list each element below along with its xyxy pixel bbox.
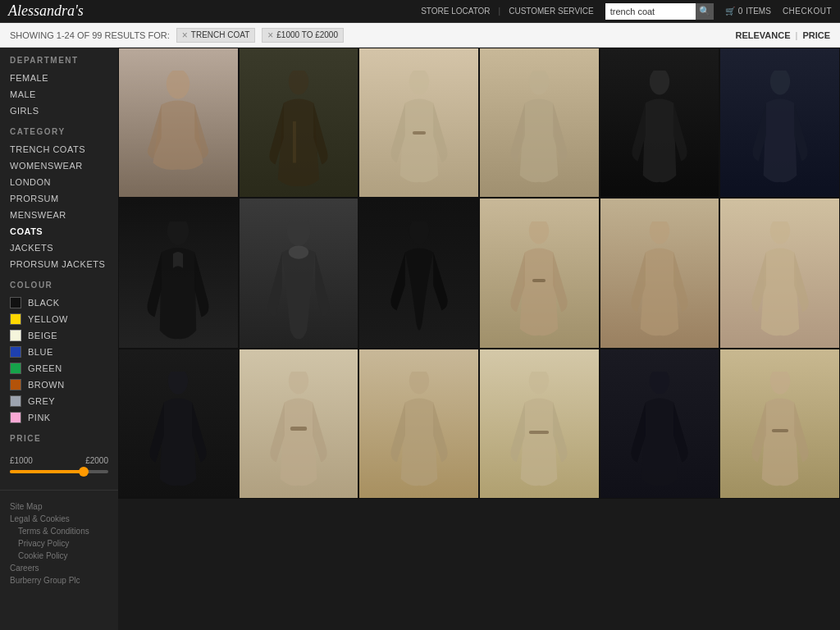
- colour-green[interactable]: GREEN: [0, 360, 118, 377]
- cart-area: 🛒 0 ITEMS: [725, 7, 771, 16]
- svg-rect-24: [772, 429, 788, 432]
- filter-coat-label: TRENCH COAT: [191, 30, 249, 39]
- sidebar-item-london[interactable]: LONDON: [0, 174, 118, 190]
- price-slider-track[interactable]: [10, 470, 108, 473]
- sort-relevance[interactable]: RELEVANCE: [735, 30, 790, 40]
- department-section-title: DEPARTMENT: [0, 48, 118, 70]
- colour-swatch-brown: [10, 379, 21, 390]
- colour-swatch-blue: [10, 346, 21, 358]
- sidebar-item-womenswear[interactable]: WOMENSWEAR: [0, 158, 118, 174]
- footer-cookie[interactable]: Cookie Policy: [10, 550, 108, 562]
- product-16[interactable]: [479, 349, 600, 499]
- sort-divider: |: [796, 30, 798, 40]
- product-11[interactable]: [600, 198, 720, 348]
- svg-point-14: [650, 221, 669, 244]
- product-13[interactable]: [118, 349, 239, 499]
- sidebar: DEPARTMENT FEMALE MALE GIRLS CATEGORY TR…: [0, 48, 118, 630]
- colour-label-yellow: YELLOW: [28, 314, 68, 324]
- svg-point-16: [168, 372, 188, 394]
- svg-point-3: [409, 71, 429, 94]
- search-input[interactable]: [605, 3, 696, 20]
- product-3[interactable]: [358, 48, 479, 198]
- sidebar-item-male[interactable]: MALE: [0, 86, 118, 103]
- product-5[interactable]: [600, 48, 720, 198]
- checkout-button[interactable]: CHECKOUT: [783, 7, 832, 16]
- colour-label-green: GREEN: [28, 363, 62, 373]
- colour-pink[interactable]: PINK: [0, 409, 118, 426]
- colour-swatch-green: [10, 363, 21, 374]
- colour-swatch-grey: [10, 395, 21, 407]
- filter-remove-price[interactable]: ×: [267, 30, 273, 41]
- grid-row-3: [118, 349, 840, 499]
- svg-point-19: [409, 372, 429, 394]
- sort-area: RELEVANCE | PRICE: [735, 30, 830, 40]
- sort-price[interactable]: PRICE: [802, 30, 830, 40]
- logo: Alessandra's: [8, 2, 84, 20]
- colour-brown[interactable]: BROWN: [0, 377, 118, 393]
- footer-privacy[interactable]: Privacy Policy: [10, 537, 108, 550]
- product-18[interactable]: [719, 349, 840, 499]
- header-right: STORE LOCATOR | CUSTOMER SERVICE 🔍 🛒 0 I…: [421, 3, 832, 20]
- price-max-label: £2000: [85, 456, 108, 465]
- colour-beige[interactable]: BEIGE: [0, 327, 118, 344]
- footer-terms[interactable]: Terms & Conditions: [10, 525, 108, 537]
- colour-grey[interactable]: GREY: [0, 393, 118, 409]
- search-button[interactable]: 🔍: [696, 3, 714, 20]
- product-1[interactable]: [118, 48, 239, 198]
- svg-point-7: [770, 71, 790, 94]
- product-10[interactable]: [479, 198, 600, 348]
- product-17[interactable]: [600, 349, 720, 499]
- product-6[interactable]: [719, 48, 840, 198]
- product-9[interactable]: [358, 198, 479, 348]
- colour-swatch-beige: [10, 330, 21, 341]
- price-filter: £1000 £2000: [0, 448, 118, 482]
- colour-blue[interactable]: BLUE: [0, 344, 118, 360]
- svg-rect-13: [532, 279, 546, 282]
- product-7[interactable]: [118, 198, 239, 348]
- svg-point-9: [287, 221, 310, 245]
- colour-label-grey: GREY: [28, 396, 55, 406]
- product-2[interactable]: [239, 48, 359, 198]
- product-15[interactable]: [358, 349, 479, 499]
- sidebar-item-trench-coats[interactable]: TRENCH COATS: [0, 141, 118, 158]
- colour-label-beige: BEIGE: [28, 331, 57, 340]
- svg-rect-21: [529, 431, 549, 434]
- colour-black[interactable]: BLACK: [0, 294, 118, 311]
- svg-point-0: [167, 71, 189, 99]
- customer-service-link[interactable]: CUSTOMER SERVICE: [509, 7, 594, 16]
- filter-bar: SHOWING 1-24 OF 99 RESULTS FOR: × TRENCH…: [0, 23, 840, 48]
- colour-label-brown: BROWN: [28, 380, 65, 390]
- svg-point-12: [529, 221, 549, 244]
- sidebar-item-jackets[interactable]: JACKETS: [0, 240, 118, 256]
- product-8[interactable]: [239, 198, 359, 348]
- svg-point-17: [289, 372, 308, 394]
- footer-careers[interactable]: Careers: [10, 562, 108, 574]
- sidebar-item-prorsum-jackets[interactable]: PRORSUM JACKETS: [0, 256, 118, 272]
- footer-legal[interactable]: Legal & Cookies: [10, 513, 108, 525]
- svg-point-23: [770, 372, 790, 394]
- product-4[interactable]: [479, 48, 600, 198]
- product-14[interactable]: [239, 349, 359, 499]
- sidebar-item-prorsum[interactable]: PRORSUM: [0, 190, 118, 207]
- sidebar-item-coats[interactable]: COATS: [0, 223, 118, 240]
- sidebar-footer: Site Map Legal & Cookies Terms & Conditi…: [0, 490, 118, 590]
- filter-remove-coat[interactable]: ×: [182, 30, 188, 41]
- sidebar-item-menswear[interactable]: MENSWEAR: [0, 207, 118, 223]
- product-12[interactable]: [719, 198, 840, 348]
- cart-label: ITEMS: [746, 7, 771, 16]
- store-locator-link[interactable]: STORE LOCATOR: [421, 7, 490, 16]
- footer-burberry[interactable]: Burberry Group Plc: [10, 574, 108, 587]
- sidebar-item-girls[interactable]: GIRLS: [0, 103, 118, 119]
- sidebar-item-female[interactable]: FEMALE: [0, 70, 118, 86]
- category-section-title: CATEGORY: [0, 119, 118, 141]
- colour-swatch-yellow: [10, 313, 21, 325]
- colour-yellow[interactable]: YELLOW: [0, 311, 118, 327]
- price-slider-thumb[interactable]: [79, 467, 89, 477]
- svg-point-6: [650, 71, 669, 94]
- main-content: DEPARTMENT FEMALE MALE GIRLS CATEGORY TR…: [0, 48, 840, 630]
- filter-tag-coat[interactable]: × TRENCH COAT: [176, 28, 256, 43]
- filter-tag-price[interactable]: × £1000 TO £2000: [262, 28, 344, 43]
- footer-sitemap[interactable]: Site Map: [10, 500, 108, 513]
- svg-point-11: [409, 221, 429, 244]
- colour-label-blue: BLUE: [28, 347, 53, 357]
